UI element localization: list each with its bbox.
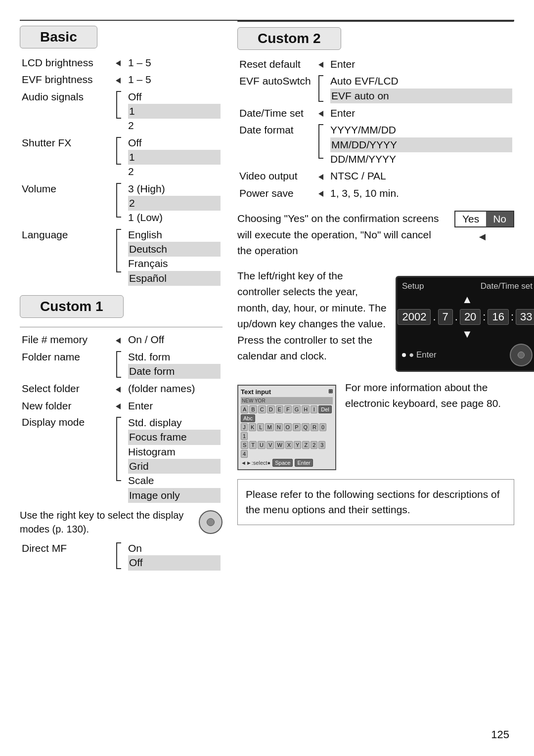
kb-key: P bbox=[293, 423, 300, 431]
menu-arrow-cell bbox=[111, 398, 126, 414]
keyboard-note: For more information about the electroni… bbox=[345, 380, 514, 412]
value-std-display: Std. display bbox=[128, 416, 221, 430]
table-row: LCD brightness 1 – 5 bbox=[20, 54, 222, 71]
menu-label: Direct MF bbox=[20, 540, 111, 572]
kb-key: L bbox=[257, 423, 264, 431]
arrow-icon bbox=[116, 403, 121, 409]
kb-key: U bbox=[258, 441, 266, 449]
menu-arrow-cell bbox=[316, 168, 328, 184]
table-row: EVF brightness 1 – 5 bbox=[20, 71, 222, 88]
lcd-desc-text: The left/right key of the controller sel… bbox=[237, 268, 387, 364]
kb-title-row: Text input ⊞ bbox=[241, 388, 333, 396]
value-scale: Scale bbox=[128, 474, 221, 488]
value-english: English bbox=[128, 228, 221, 242]
table-row: File # memory On / Off bbox=[20, 331, 222, 348]
yesno-box[interactable]: Yes No bbox=[454, 211, 514, 227]
kb-key: Q bbox=[302, 423, 310, 431]
lcd-diagram: Setup Date/Time set ▲ 2002 . 7 . 20 : 16 bbox=[396, 268, 514, 372]
kb-key: G bbox=[293, 405, 301, 413]
page-container: Basic LCD brightness 1 – 5 EVF brightnes… bbox=[0, 0, 534, 756]
lcd-time-row: 2002 . 7 . 20 : 16 : 33 bbox=[402, 309, 533, 325]
menu-value: Std. form Date form bbox=[126, 349, 222, 381]
table-row: Reset default Enter bbox=[237, 56, 514, 73]
arrow-icon bbox=[318, 111, 323, 117]
menu-value: On / Off bbox=[126, 331, 222, 348]
table-row: Direct MF On Off bbox=[20, 540, 222, 572]
value-off: Off bbox=[128, 136, 221, 150]
menu-arrow-cell bbox=[111, 226, 126, 287]
lcd-title-row: Setup Date/Time set bbox=[402, 281, 533, 291]
value-off: Off bbox=[128, 555, 221, 570]
table-row: Audio signals Off 1 2 bbox=[20, 89, 222, 134]
lcd-enter-label: ● Enter bbox=[409, 350, 437, 360]
arrow-icon bbox=[116, 60, 121, 66]
table-row: New folder Enter bbox=[20, 398, 222, 414]
kb-key: E bbox=[276, 405, 283, 413]
value-date: Date form bbox=[128, 364, 221, 379]
table-row: Select folder (folder names) bbox=[20, 380, 222, 397]
arrow-icon bbox=[116, 338, 121, 344]
menu-label: New folder bbox=[20, 398, 111, 414]
kb-key: V bbox=[267, 441, 274, 449]
kb-key: 1 bbox=[241, 432, 248, 440]
bottom-note-text: Please refer to the following sections f… bbox=[246, 489, 500, 516]
lcd-sep1: . bbox=[433, 311, 436, 323]
value-1: 1 bbox=[128, 150, 221, 165]
menu-value: Off 1 2 bbox=[126, 134, 222, 180]
menu-label: Language bbox=[20, 226, 111, 287]
value-mmdd: MM/DD/YYYY bbox=[330, 137, 512, 152]
yes-button[interactable]: Yes bbox=[455, 212, 486, 226]
menu-arrow-cell bbox=[111, 134, 126, 180]
kb-key: 2 bbox=[311, 441, 317, 449]
kb-key: 3 bbox=[318, 441, 325, 449]
lcd-datetime-label: Date/Time set bbox=[481, 281, 533, 291]
lcd-controller-right bbox=[510, 344, 533, 366]
kb-key: Z bbox=[302, 441, 310, 449]
menu-label: Folder name bbox=[20, 349, 111, 381]
menu-arrow-cell bbox=[111, 180, 126, 226]
kb-key: M bbox=[265, 423, 273, 431]
table-row: Date/Time set Enter bbox=[237, 105, 514, 122]
menu-value: Enter bbox=[126, 398, 222, 414]
kb-key: W bbox=[275, 441, 284, 449]
menu-arrow-cell bbox=[111, 349, 126, 381]
value-francais: Français bbox=[128, 257, 221, 270]
keyboard-section: Text input ⊞ NEW YOR A B C D E F bbox=[237, 380, 514, 470]
value-2: 2 bbox=[128, 165, 221, 178]
menu-value: English Deutsch Français Español bbox=[126, 226, 222, 287]
right-column: Custom 2 Reset default Enter EVF autoSwt… bbox=[222, 21, 514, 525]
kb-key: J bbox=[241, 423, 248, 431]
table-row: Display mode Std. display Focus frame Hi… bbox=[20, 414, 222, 504]
arrow-icon bbox=[116, 387, 121, 393]
menu-arrow-cell bbox=[316, 122, 328, 168]
value-histogram: Histogram bbox=[128, 445, 221, 459]
table-row: Folder name Std. form Date form bbox=[20, 349, 222, 381]
kb-key: 0 bbox=[319, 423, 326, 431]
kb-key: A bbox=[241, 405, 248, 413]
keyboard-note-text: For more information about the electroni… bbox=[345, 382, 501, 409]
menu-label: EVF autoSwtch bbox=[237, 73, 316, 105]
menu-value: 3 (High) 2 1 (Low) bbox=[126, 180, 222, 226]
menu-value: Enter bbox=[328, 56, 514, 73]
menu-label: Reset default bbox=[237, 56, 316, 73]
value-image-only: Image only bbox=[128, 488, 221, 503]
lcd-setup-label: Setup bbox=[402, 281, 424, 291]
lcd-section: The left/right key of the controller sel… bbox=[237, 268, 514, 372]
display-note-text: Use the right key to select the display … bbox=[20, 508, 194, 536]
menu-arrow-cell bbox=[316, 185, 328, 202]
kb-key: H bbox=[302, 405, 310, 413]
value-2: 2 bbox=[128, 196, 221, 211]
lcd-down-arrow: ▼ bbox=[402, 328, 533, 341]
menu-label: Date/Time set bbox=[237, 105, 316, 122]
value-low: 1 (Low) bbox=[128, 211, 221, 224]
kb-abc: Abc bbox=[241, 414, 255, 422]
kb-key: X bbox=[285, 441, 293, 449]
value-evf-auto: EVF auto on bbox=[330, 89, 512, 103]
kb-row3: S T U V W X Y Z 2 3 4 bbox=[241, 441, 333, 458]
kb-row2: J K L M N O P Q R 0 1 bbox=[241, 423, 333, 440]
table-row: Language English Deutsch Français Españo… bbox=[20, 226, 222, 287]
menu-label: Video output bbox=[237, 168, 316, 184]
no-button[interactable]: No bbox=[486, 212, 513, 226]
lcd-year: 2002 bbox=[398, 309, 431, 325]
kb-icon: ⊞ bbox=[328, 388, 333, 396]
